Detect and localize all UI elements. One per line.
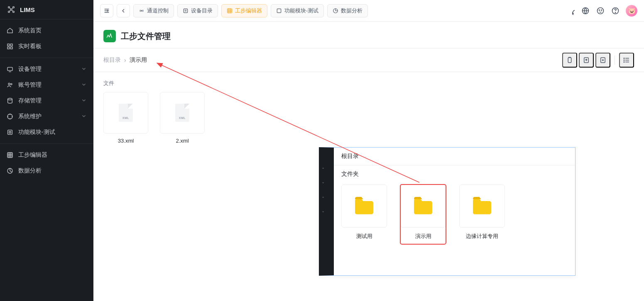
sidebar-item-label: 设备管理: [18, 66, 42, 73]
svg-rect-8: [10, 47, 12, 49]
folder-card-test[interactable]: 测试用: [341, 184, 387, 244]
new-file-button[interactable]: [595, 53, 610, 68]
logo-icon: [7, 5, 16, 14]
tab-label: 数据分析: [341, 7, 362, 15]
folder-thumb: [341, 184, 387, 228]
folder-thumb: [459, 184, 505, 228]
sidebar-item-editor[interactable]: 工步编辑器: [0, 147, 93, 163]
sidebar-section-2: 设备管理 账号管理 存储管理: [0, 58, 93, 144]
page-title: 工步文件管理: [121, 31, 171, 42]
svg-point-1: [13, 7, 15, 8]
svg-rect-14: [8, 130, 12, 135]
toolbar-separator: [615, 56, 615, 65]
chevron-down-icon: [81, 97, 87, 104]
folder-card-edge[interactable]: 边缘计算专用: [459, 184, 505, 244]
sidebar-item-module-test[interactable]: 功能模块-测试: [0, 124, 93, 140]
svg-rect-20: [277, 9, 281, 12]
clipboard-button[interactable]: [562, 53, 577, 68]
sidebar-item-device[interactable]: 设备管理: [0, 61, 93, 77]
tab-step-editor[interactable]: 工步编辑器: [221, 4, 267, 17]
file-name: 2.xml: [176, 138, 189, 144]
list-view-button[interactable]: [619, 53, 634, 68]
file-name: 33.xml: [118, 138, 134, 144]
svg-rect-15: [7, 153, 12, 158]
svg-point-4: [10, 9, 12, 10]
sidebar-item-storage[interactable]: 存储管理: [0, 93, 93, 109]
svg-point-25: [601, 10, 602, 10]
folder-icon: [471, 197, 493, 215]
folder-popover: ⌄ ⌄ ⌄ ⌄ 根目录 文件夹 测试用: [319, 147, 575, 276]
sidebar-item-label: 账号管理: [18, 81, 42, 89]
tab-channel-control[interactable]: 通道控制: [133, 4, 174, 17]
collapse-sidebar-button[interactable]: [100, 4, 113, 17]
file-card[interactable]: XML 33.xml: [103, 92, 148, 144]
analytics-icon: [7, 167, 13, 174]
users-icon: [7, 82, 13, 88]
folder-card-demo[interactable]: 演示用: [400, 184, 446, 244]
sidebar-item-label: 系统首页: [18, 27, 42, 34]
theme-icon[interactable]: [596, 6, 605, 15]
upload-button[interactable]: [579, 53, 594, 68]
svg-point-10: [8, 83, 10, 85]
svg-rect-19: [228, 8, 232, 13]
breadcrumb-root[interactable]: 根目录: [103, 56, 121, 64]
page-icon: [103, 30, 116, 42]
files-section-label: 文件: [103, 80, 634, 87]
sidebar-header: LIMS: [0, 0, 93, 19]
sidebar-item-analytics[interactable]: 数据分析: [0, 163, 93, 179]
folder-grid: 测试用 演示用 边缘计算专用: [334, 178, 575, 244]
sidebar-item-dashboard[interactable]: 实时看板: [0, 39, 93, 54]
help-icon[interactable]: [611, 6, 620, 15]
tab-label: 功能模块-测试: [284, 7, 318, 15]
sidebar-item-accounts[interactable]: 账号管理: [0, 77, 93, 93]
svg-rect-5: [7, 44, 10, 46]
tab-module-test[interactable]: 功能模块-测试: [271, 4, 324, 17]
file-xml-icon: XML: [175, 104, 189, 122]
sidebar-item-label: 工步编辑器: [18, 151, 47, 159]
toolbar-actions: [562, 53, 634, 68]
chevron-down-icon: ⌄: [321, 180, 325, 184]
home-icon: [7, 27, 13, 34]
breadcrumb-current[interactable]: 演示用: [130, 56, 147, 64]
grid-icon: [227, 8, 233, 14]
toolbar-row: 根目录 › 演示用: [93, 48, 644, 72]
svg-point-24: [599, 10, 600, 10]
svg-point-27: [615, 12, 615, 12]
folder-icon: [412, 197, 434, 215]
chevron-down-icon: [81, 82, 87, 89]
svg-rect-9: [7, 67, 12, 70]
sidebar-item-label: 存储管理: [18, 97, 42, 104]
tab-device-catalog[interactable]: 设备目录: [177, 4, 218, 17]
page-header: 工步文件管理: [93, 22, 644, 48]
file-card[interactable]: XML 2.xml: [160, 92, 205, 144]
file-thumb: XML: [103, 92, 148, 134]
popover-folders-label: 文件夹: [334, 165, 575, 178]
svg-point-33: [624, 62, 624, 63]
svg-point-17: [141, 10, 142, 11]
svg-point-31: [624, 58, 624, 59]
back-button[interactable]: [117, 4, 130, 17]
chevron-down-icon: ⌄: [321, 194, 325, 199]
chat-icon[interactable]: [566, 6, 575, 15]
chevron-down-icon: [81, 66, 87, 73]
globe-icon[interactable]: [581, 6, 590, 15]
tab-analytics[interactable]: 数据分析: [327, 4, 368, 17]
chart-icon: [333, 8, 338, 14]
avatar[interactable]: 🐷: [626, 5, 637, 17]
file-grid: XML 33.xml XML 2.xml: [103, 92, 634, 144]
sidebar-item-label: 数据分析: [18, 167, 42, 175]
topbar-right: 🐷: [566, 5, 637, 17]
device-icon: [7, 66, 13, 73]
topbar-left: 通道控制 设备目录 工步编辑器: [100, 4, 368, 17]
popover-breadcrumb[interactable]: 根目录: [334, 148, 575, 165]
sidebar-item-home[interactable]: 系统首页: [0, 23, 93, 39]
svg-point-3: [13, 11, 15, 13]
sidebar-item-label: 实时看板: [18, 43, 42, 50]
sidebar-item-label: 功能模块-测试: [18, 129, 55, 136]
folder-icon: [353, 197, 375, 215]
folder-name: 边缘计算专用: [466, 233, 498, 240]
chevron-down-icon: [81, 113, 87, 120]
svg-point-23: [597, 7, 604, 14]
svg-point-32: [624, 60, 624, 61]
sidebar-item-maintenance[interactable]: 系统维护: [0, 109, 93, 124]
